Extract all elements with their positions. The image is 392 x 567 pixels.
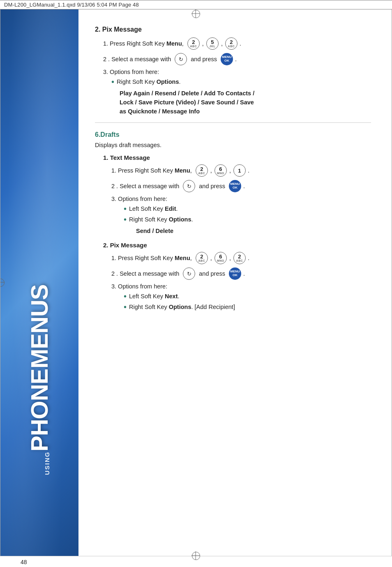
tm-bullet1: • Left Soft Key Edit. (124, 205, 371, 214)
key-2abc: 2ABC (187, 37, 200, 50)
key-1-tm: 1 (233, 164, 246, 177)
drafts-header: 6.Drafts (95, 131, 371, 138)
text-message-header: 1. Text Message (103, 154, 371, 161)
page-header: DM-L200_LGManual_1.1.qxd 9/13/06 5:04 PM… (0, 0, 392, 9)
key-5jkl: 5JKL (206, 37, 219, 50)
drafts-displays-text: Displays draft messages. (95, 142, 371, 148)
pd-step2: 2 . Select a message with ↻ and press ME… (111, 267, 371, 280)
key-6mno-pd: 6MNO (214, 252, 227, 264)
bullet-dot-2: • (124, 204, 127, 214)
nav-key-2: ↻ (183, 180, 195, 192)
bullet-dot-1: • (111, 77, 114, 87)
pd-bullet1: • Left Soft Key Next. (124, 293, 371, 301)
bullet-dot-4: • (124, 292, 127, 301)
page-number: 48 (21, 559, 27, 565)
section-divider-1 (95, 122, 371, 123)
nav-key-1: ↻ (175, 53, 187, 65)
sidebar-phone: PHONE (28, 369, 51, 451)
header-text: DM-L200_LGManual_1.1.qxd 9/13/06 5:04 PM… (4, 2, 139, 8)
key-6mno-tm: 6MNO (214, 164, 227, 177)
sidebar: USING PHONE MENUS (0, 9, 78, 556)
menu-key-1: MENUOK (221, 53, 233, 65)
menu-key-2: MENUOK (229, 180, 241, 192)
key-2abc-pd: 2ABC (196, 252, 208, 264)
tm-bold-block: Send / Delete (136, 227, 371, 236)
bullet-dot-3: • (124, 215, 127, 224)
pd-step1: 1. Press Right Soft Key Menu, 2ABC , 6MN… (111, 252, 371, 264)
pix-top-step2: 2 . Select a message with ↻ and press ME… (103, 53, 371, 65)
pix-top-step1: 1. Press Right Soft Key Menu, 2ABC , 5JK… (103, 37, 371, 50)
section-pix-message-top: 2. Pix Message 1. Press Right Soft Key M… (95, 26, 371, 116)
menu-key-3: MENUOK (229, 267, 241, 280)
pd-bullet2: • Right Soft Key Options. [Add Recipient… (124, 304, 371, 312)
key-2abc-tm: 2ABC (196, 164, 208, 177)
subsection-text-message: 1. Text Message 1. Press Right Soft Key … (95, 154, 371, 236)
bullet-dot-5: • (124, 302, 127, 312)
main-content: 2. Pix Message 1. Press Right Soft Key M… (78, 9, 392, 556)
section-drafts: 6.Drafts Displays draft messages. 1. Tex… (95, 131, 371, 312)
tm-step1: 1. Press Right Soft Key Menu, 2ABC , 6MN… (111, 164, 371, 177)
pd-step3: 3. Options from here: (111, 283, 371, 290)
pix-top-bullet1: • Right Soft Key Options. (111, 78, 371, 87)
tm-step2: 2 . Select a message with ↻ and press ME… (111, 180, 371, 192)
sidebar-using: USING (44, 452, 51, 475)
pix-top-bold-block: Play Again / Resend / Delete / Add To Co… (120, 89, 371, 116)
pix-message-header: 2. Pix Message (95, 26, 371, 33)
key-2abc-pd2: 2ABC (233, 252, 246, 264)
page-outer: USING PHONE MENUS 2. Pix Message 1. Pres… (0, 9, 392, 556)
pix-drafts-header: 2. Pix Message (103, 242, 371, 249)
subsection-pix-message-drafts: 2. Pix Message 1. Press Right Soft Key M… (95, 242, 371, 312)
pix-top-step3: 3. Options from here: (103, 69, 371, 75)
key-2abc-2: 2ABC (225, 37, 238, 50)
sidebar-menus: MENUS (28, 285, 51, 369)
nav-key-3: ↻ (183, 267, 195, 280)
tm-step3: 3. Options from here: (111, 196, 371, 202)
tm-bullet2: • Right Soft Key Options. (124, 216, 371, 224)
